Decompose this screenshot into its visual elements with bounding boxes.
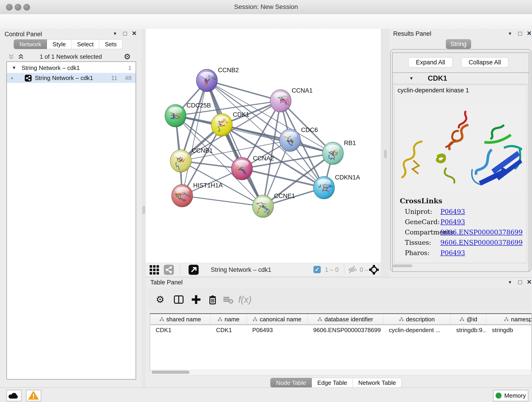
network-view-toolbar: String Network – cdk1 ✓ 1 – 0 0 – 0: [146, 263, 381, 277]
crosslink-link[interactable]: P06493: [440, 206, 465, 217]
float-panel-icon[interactable]: □: [516, 278, 524, 287]
node-label-CCNB2: CCNB2: [218, 67, 239, 74]
node-CDKN1A[interactable]: [313, 177, 335, 199]
close-panel-icon[interactable]: ×: [525, 29, 532, 38]
crosslink-label: Tissues:: [405, 237, 431, 248]
column-label: canonical name: [260, 316, 301, 323]
right-splitter[interactable]: [381, 29, 389, 277]
warning-icon: [28, 391, 39, 400]
node-HIST1H1A[interactable]: [172, 185, 193, 207]
column-tree-icon: [317, 317, 322, 322]
results-panel-title: Results Panel: [393, 30, 431, 37]
node-label-HIST1H1A: HIST1H1A: [193, 182, 223, 189]
table-options-gear-icon[interactable]: ⚙: [156, 294, 167, 305]
node-label-CCNE1: CCNE1: [274, 192, 295, 199]
column-header-shared-name[interactable]: shared name: [150, 314, 210, 325]
selected-checkbox[interactable]: ✓: [313, 266, 321, 273]
crosslink-row: Uniprot:P06493: [394, 206, 527, 217]
cloud-icon: [8, 391, 19, 399]
node-count: 11: [111, 73, 117, 83]
column-header-namespace[interactable]: namespace: [486, 314, 532, 325]
network-collection-row[interactable]: ▼ String Network – cdk1 1: [7, 63, 136, 73]
memory-button[interactable]: Memory: [493, 390, 528, 401]
tree-collapse-icon[interactable]: ▼: [12, 63, 16, 73]
column-label: database identifier: [324, 316, 373, 323]
results-hscrollbar-thumb[interactable]: [393, 264, 412, 267]
tab-network-table[interactable]: Network Table: [353, 378, 402, 388]
table-row[interactable]: CDK1CDK1P064939606.ENSP00000378699cyclin…: [150, 325, 532, 335]
edge-HIST1H1A-CCNE1: [182, 196, 263, 206]
right-splitter-handle[interactable]: [384, 150, 387, 158]
close-panel-icon[interactable]: ×: [130, 29, 138, 38]
tab-sets[interactable]: Sets: [99, 39, 122, 49]
gene-entry-header[interactable]: ▼ CDK1: [393, 73, 529, 84]
column-header-@id[interactable]: @id: [451, 314, 486, 325]
column-header-description[interactable]: description: [383, 314, 451, 325]
crosslink-link[interactable]: 9606.ENSP00000378699: [440, 227, 523, 237]
column-header-canonical-name[interactable]: canonical name: [247, 314, 308, 325]
float-panel-icon[interactable]: □: [121, 29, 129, 38]
delete-column-icon[interactable]: [207, 294, 218, 305]
crosslinks-list: Uniprot:P06493GeneCard:P06493Compartment…: [394, 206, 527, 258]
left-splitter-handle[interactable]: [143, 206, 145, 214]
gene-name: CDK1: [428, 73, 447, 84]
table-hscrollbar-thumb[interactable]: [152, 370, 190, 374]
column-header-database-identifier[interactable]: database identifier: [308, 314, 383, 325]
network-row-selected[interactable]: ● String Network – cdk1 11 48: [7, 73, 136, 83]
crosslink-link[interactable]: P06493: [440, 217, 465, 227]
left-splitter[interactable]: [142, 29, 146, 387]
function-builder-icon: f(x): [238, 294, 249, 305]
main-toolbar: ?: [0, 14, 532, 29]
collapse-panel-icon[interactable]: ▼: [111, 29, 119, 38]
tab-node-table[interactable]: Node Table: [270, 378, 312, 388]
warnings-button[interactable]: [26, 390, 41, 401]
tab-edge-table[interactable]: Edge Table: [312, 378, 353, 388]
column-tree-icon: [399, 317, 404, 322]
collapse-panel-icon[interactable]: ▼: [506, 29, 514, 38]
table-cell: CDK1: [150, 325, 210, 335]
crosslink-link[interactable]: 9606.ENSP00000378699: [440, 237, 523, 248]
edge-count: 48: [125, 73, 132, 83]
network-view-canvas[interactable]: CCNB2CCNA1CDC25BCDK1CDC6RB1CCNB1CCNA2CDK…: [146, 29, 381, 263]
node-CDK1[interactable]: [211, 114, 232, 136]
string-network-graph[interactable]: CCNB2CCNA1CDC25BCDK1CDC6RB1CCNB1CCNA2CDK…: [146, 29, 381, 263]
network-tree: ▼ String Network – cdk1 1 ● String Netwo…: [6, 61, 136, 380]
share-network-icon[interactable]: [164, 265, 174, 276]
collapse-panel-icon[interactable]: ▼: [506, 278, 514, 287]
title-bar: Session: New Session: [0, 0, 532, 14]
hidden-eye-icon: [348, 265, 357, 274]
open-in-window-icon[interactable]: [189, 265, 199, 276]
column-header-name[interactable]: name: [210, 314, 247, 325]
node-CDC6[interactable]: [279, 129, 301, 152]
crosslink-row: Tissues:9606.ENSP00000378699: [394, 237, 527, 248]
protein-structure-image: [401, 105, 522, 192]
cloud-status-button[interactable]: [6, 390, 22, 401]
column-label: shared name: [166, 316, 201, 323]
table-panel-tabs: Node TableEdge TableNetwork Table: [270, 378, 402, 388]
show-columns-icon[interactable]: [173, 294, 184, 305]
node-CDC25B[interactable]: [165, 104, 186, 127]
table-hscrollbar[interactable]: [150, 370, 532, 375]
table-cell: 9606.ENSP00000378699: [308, 325, 383, 335]
entry-collapse-icon[interactable]: ▼: [409, 73, 413, 84]
network-options-gear-icon[interactable]: ⚙: [124, 51, 131, 62]
add-column-icon[interactable]: [191, 294, 202, 305]
tab-select[interactable]: Select: [71, 39, 99, 49]
crosslink-link[interactable]: P06493: [440, 248, 465, 258]
float-panel-icon[interactable]: □: [516, 29, 524, 38]
expand-all-button[interactable]: Expand All: [408, 57, 453, 67]
tab-style[interactable]: Style: [47, 39, 71, 49]
node-CCNA1[interactable]: [270, 89, 291, 112]
tab-network[interactable]: Network: [14, 39, 47, 49]
column-tree-icon: [504, 317, 509, 322]
grid-view-icon[interactable]: [149, 265, 160, 276]
node-CCNB1[interactable]: [170, 150, 191, 173]
node-CCNA2[interactable]: [231, 157, 253, 180]
column-tree-icon: [159, 317, 164, 322]
collapse-all-button[interactable]: Collapse All: [461, 57, 508, 67]
node-CCNE1[interactable]: [253, 195, 273, 217]
birds-eye-view-icon[interactable]: [369, 265, 379, 276]
tab-string[interactable]: String: [446, 39, 471, 49]
close-panel-icon[interactable]: ×: [525, 278, 532, 287]
node-RB1[interactable]: [322, 142, 343, 165]
